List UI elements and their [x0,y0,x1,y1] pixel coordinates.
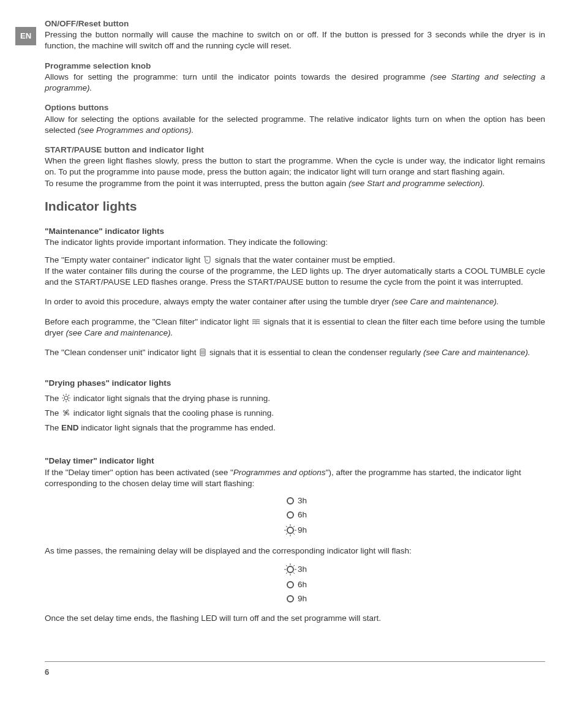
section-options: Options buttons Allow for selecting the … [45,102,545,136]
startpause-title: START/PAUSE button and indicator light [45,145,204,154]
options-title: Options buttons [45,103,108,112]
maintenance-subhead: "Maintenance" indicator lights [45,226,545,237]
svg-line-22 [286,533,287,535]
svg-line-20 [286,526,287,527]
empty-water-c: If the water container fills during the … [45,266,545,287]
svg-point-34 [287,596,293,602]
language-badge: EN [15,27,36,45]
delay-row-9h-2: 9h [283,593,307,605]
svg-line-23 [293,526,295,527]
empty-water-para: The "Empty water container" indicator li… [45,255,545,288]
svg-line-11 [63,400,64,401]
led-off-icon [283,593,298,605]
progknob-title: Programme selection knob [45,61,151,70]
options-ref: (see Programmes and options). [78,126,194,135]
filter-a: Before each programme, the "Clean filter… [45,317,251,326]
delay-mid: As time passes, the remaining delay will… [45,546,545,557]
delay-row-6h: 6h [283,509,307,521]
section-onoff: ON/OFF/Reset button Pressing the button … [45,18,545,52]
delay-row-3h-2: 3h [283,562,307,577]
led-off-icon [283,495,298,507]
svg-point-24 [287,566,293,572]
delay-table-1: 3h 6h 9h [283,493,307,539]
clean-condenser-para: The "Clean condenser unit" indicator lig… [45,347,545,358]
cond-ref: (see Care and maintenance). [423,348,530,357]
onoff-title: ON/OFF/Reset button [45,19,129,28]
svg-point-15 [287,527,293,533]
drying-subhead: "Drying phases" indicator lights [45,378,545,389]
maintenance-intro: The indicator lights provide important i… [45,237,545,248]
clean-filter-para: Before each programme, the "Clean filter… [45,317,545,339]
condenser-icon [198,348,207,357]
delay-table-2: 3h 6h 9h [283,560,307,607]
avoid-a: In order to avoid this procedure, always… [45,297,392,306]
drying1-b: indicator light signals that the drying … [74,394,270,403]
svg-line-12 [69,395,70,396]
led-flash-icon [283,523,298,538]
delay-intro-a: If the "Delay timer" option has been act… [45,468,233,477]
svg-line-31 [286,572,287,574]
svg-point-33 [287,582,293,588]
drying-line1: The indicator light signals that the dry… [45,393,545,404]
svg-line-10 [69,400,70,401]
delay-9h-2: 9h [298,593,307,604]
cond-b: signals that it is essential to clean th… [209,348,423,357]
indicator-lights-heading: Indicator lights [45,198,545,215]
avoid-ref: (see Care and maintenance). [392,297,499,306]
sun-icon [61,393,71,403]
delay-3h-2: 3h [298,564,307,575]
svg-line-30 [293,572,295,574]
cond-a: The "Clean condenser unit" indicator lig… [45,348,198,357]
avoid-para: In order to avoid this procedure, always… [45,296,545,307]
svg-line-29 [286,565,287,566]
drying-line2: The indicator light signals that the coo… [45,408,545,419]
startpause-ref: (see Start and programme selection). [349,179,485,188]
drying3-b: indicator light signals that the program… [79,423,276,432]
empty-water-b: signals that the water container must be… [215,255,395,265]
drying1-a: The [45,394,61,403]
svg-point-4 [64,396,68,400]
delay-row-9h: 9h [283,523,307,538]
delay-6h-2: 6h [298,579,307,590]
delay-6h: 6h [298,509,307,520]
led-off-icon [283,509,298,521]
water-container-icon [203,255,213,265]
delay-row-6h-2: 6h [283,579,307,591]
svg-point-13 [287,498,293,504]
svg-line-9 [63,395,64,396]
empty-water-a: The "Empty water container" indicator li… [45,255,203,265]
drying2-a: The [45,408,61,418]
page-number: 6 [45,667,49,677]
delay-intro-i: Programmes and options [233,468,326,477]
drying-line3: The END indicator light signals that the… [45,422,545,434]
section-programme-knob: Programme selection knob Allows for sett… [45,61,545,94]
filter-ref: (see Care and maintenance). [66,328,173,337]
section-startpause: START/PAUSE button and indicator light W… [45,145,545,189]
delay-intro: If the "Delay timer" option has been act… [45,467,545,489]
led-off-icon [283,579,298,591]
svg-line-32 [293,565,295,566]
delay-3h: 3h [298,495,307,506]
delay-9h: 9h [298,525,307,536]
delay-row-3h: 3h [283,495,307,507]
startpause-body-a: When the green light flashes slowly, pre… [45,156,545,176]
delay-subhead: "Delay timer" indicator light [45,456,545,467]
startpause-body-b: To resume the programme from the point i… [45,179,349,188]
filter-icon [251,318,261,326]
fan-icon [61,408,71,418]
page-content: ON/OFF/Reset button Pressing the button … [45,18,545,678]
delay-end: Once the set delay time ends, the flashi… [45,613,545,624]
drying3-a: The [45,423,61,432]
end-label: END [61,423,79,432]
led-flash-icon [283,562,298,577]
onoff-body: Pressing the button normally will cause … [45,30,545,50]
footer: 6 [45,661,545,678]
svg-line-21 [293,533,295,535]
svg-point-14 [287,512,293,518]
drying2-b: indicator light signals that the cooling… [74,408,274,418]
progknob-body: Allows for setting the programme: turn u… [45,72,430,81]
